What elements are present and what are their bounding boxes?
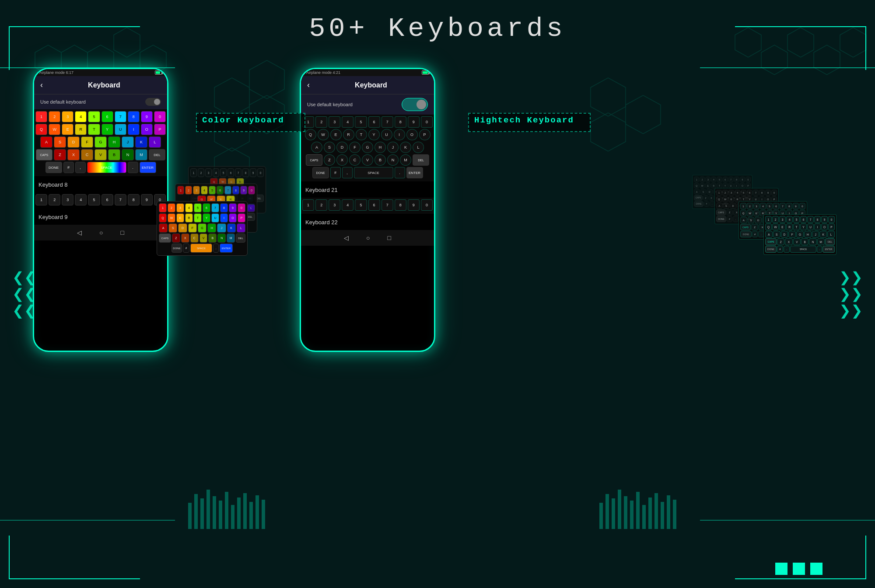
key-d[interactable]: D [67, 136, 80, 148]
key-l[interactable]: L [149, 136, 161, 148]
key-3[interactable]: 3 [62, 111, 74, 122]
rkey-b[interactable]: B [374, 154, 386, 166]
key-z[interactable]: Z [54, 149, 66, 160]
rkey-l[interactable]: L [413, 142, 424, 153]
dot-key-left[interactable]: . [128, 162, 138, 173]
nav-back-left[interactable]: ◁ [77, 229, 82, 236]
back-button-left[interactable]: ‹ [40, 80, 43, 90]
key-0[interactable]: 0 [154, 111, 166, 122]
kb22-1[interactable]: 1 [302, 199, 314, 211]
kb22-5[interactable]: 5 [355, 199, 367, 211]
rkey-f[interactable]: F [349, 142, 360, 153]
key-7[interactable]: 7 [115, 111, 126, 122]
key-m[interactable]: M [135, 149, 147, 160]
rkey-4[interactable]: 4 [342, 116, 354, 128]
nav-home-left[interactable]: ○ [99, 229, 103, 236]
hash-right[interactable]: # [330, 167, 341, 178]
rkey-c[interactable]: C [349, 154, 360, 166]
rkey-8[interactable]: 8 [395, 116, 406, 128]
caps-key-right[interactable]: CAPS [306, 154, 322, 166]
space-key-left[interactable]: SPACE [87, 162, 126, 173]
rkey-0[interactable]: 0 [421, 116, 433, 128]
kb9-key-1[interactable]: 1 [35, 194, 47, 205]
rkey-x[interactable]: X [336, 154, 348, 166]
kb9-key-7[interactable]: 7 [115, 194, 126, 205]
rkey-w[interactable]: W [318, 129, 329, 140]
key-p[interactable]: P [154, 124, 166, 135]
key-5[interactable]: 5 [88, 111, 100, 122]
rkey-6[interactable]: 6 [368, 116, 380, 128]
key-8[interactable]: 8 [128, 111, 140, 122]
rkey-h[interactable]: H [374, 142, 386, 153]
rkey-s[interactable]: S [324, 142, 335, 153]
kb22-8[interactable]: 8 [395, 199, 406, 211]
rkey-u[interactable]: U [381, 129, 392, 140]
key-g[interactable]: G [94, 136, 107, 148]
key-4[interactable]: 4 [75, 111, 87, 122]
rkey-v[interactable]: V [362, 154, 373, 166]
key-w[interactable]: W [49, 124, 60, 135]
back-button-right[interactable]: ‹ [307, 80, 310, 90]
hash-key-left[interactable]: # [63, 162, 74, 173]
key-2[interactable]: 2 [49, 111, 60, 122]
key-s[interactable]: S [54, 136, 66, 148]
rkey-j[interactable]: J [387, 142, 399, 153]
key-b[interactable]: B [108, 149, 120, 160]
key-i[interactable]: I [128, 124, 140, 135]
kb22-0[interactable]: 0 [421, 199, 433, 211]
key-y[interactable]: Y [102, 124, 113, 135]
kb9-key-9[interactable]: 9 [141, 194, 153, 205]
toggle-switch-left[interactable] [145, 98, 161, 106]
rkey-2[interactable]: 2 [315, 116, 327, 128]
key-o[interactable]: O [141, 124, 153, 135]
rkey-m[interactable]: M [400, 154, 411, 166]
rkey-9[interactable]: 9 [408, 116, 420, 128]
rkey-e[interactable]: E [330, 129, 342, 140]
kb22-6[interactable]: 6 [368, 199, 380, 211]
rkey-d[interactable]: D [336, 142, 348, 153]
nav-recent-left[interactable]: □ [121, 229, 124, 236]
key-a[interactable]: A [40, 136, 52, 148]
rkey-g[interactable]: G [362, 142, 373, 153]
comma-right[interactable]: , [342, 167, 353, 178]
key-6[interactable]: 6 [102, 111, 113, 122]
rkey-q[interactable]: Q [305, 129, 316, 140]
rkey-p[interactable]: P [419, 129, 430, 140]
kb22-4[interactable]: 4 [342, 199, 354, 211]
rkey-i[interactable]: I [394, 129, 405, 140]
rkey-n[interactable]: N [387, 154, 399, 166]
rkey-7[interactable]: 7 [382, 116, 393, 128]
kb22-7[interactable]: 7 [382, 199, 393, 211]
kb9-key-4[interactable]: 4 [75, 194, 87, 205]
space-right[interactable]: SPACE [354, 167, 393, 178]
dot-right[interactable]: . [395, 167, 405, 178]
key-n[interactable]: N [122, 149, 134, 160]
rkey-y[interactable]: Y [368, 129, 380, 140]
kb9-key-5[interactable]: 5 [88, 194, 100, 205]
kb9-key-3[interactable]: 3 [62, 194, 74, 205]
kb22-3[interactable]: 3 [329, 199, 340, 211]
nav-recent-right[interactable]: □ [388, 234, 391, 241]
key-9[interactable]: 9 [141, 111, 153, 122]
rkey-5[interactable]: 5 [355, 116, 367, 128]
enter-key-left[interactable]: ENTER [140, 162, 156, 173]
key-h[interactable]: H [108, 136, 120, 148]
done-key-right[interactable]: DONE [312, 167, 329, 178]
enter-right[interactable]: ENTER [406, 167, 423, 178]
rkey-3[interactable]: 3 [329, 116, 340, 128]
key-f[interactable]: F [81, 136, 93, 148]
comma-key-left[interactable]: , [75, 162, 86, 173]
rkey-z[interactable]: Z [324, 154, 335, 166]
key-c[interactable]: C [81, 149, 93, 160]
key-v[interactable]: V [94, 149, 107, 160]
key-u[interactable]: U [115, 124, 126, 135]
key-q[interactable]: Q [35, 124, 47, 135]
rkey-k[interactable]: K [400, 142, 411, 153]
kb9-key-6[interactable]: 6 [102, 194, 113, 205]
kb9-key-8[interactable]: 8 [128, 194, 140, 205]
key-r[interactable]: R [75, 124, 87, 135]
rkey-o[interactable]: O [406, 129, 418, 140]
key-x[interactable]: X [67, 149, 80, 160]
kb9-key-2[interactable]: 2 [49, 194, 60, 205]
key-1[interactable]: 1 [35, 111, 47, 122]
